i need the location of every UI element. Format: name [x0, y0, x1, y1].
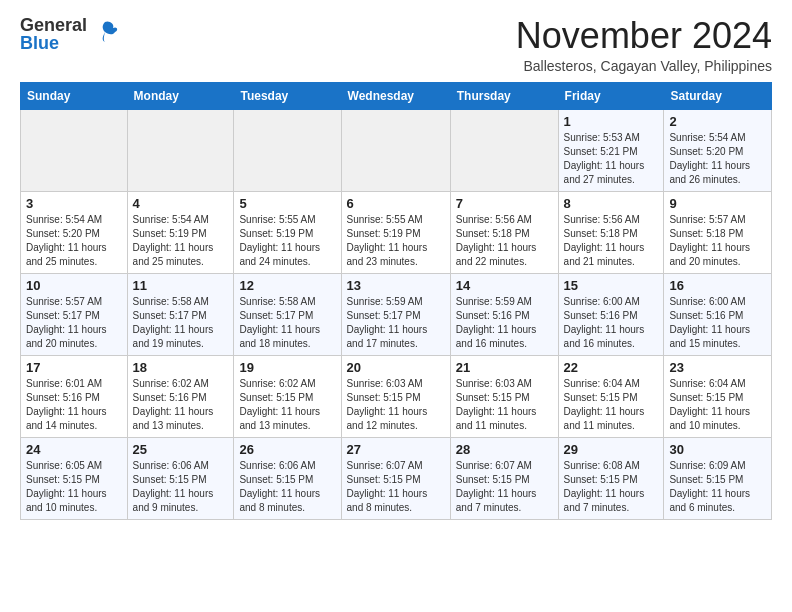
- calendar-cell: 28Sunrise: 6:07 AMSunset: 5:15 PMDayligh…: [450, 437, 558, 519]
- day-info: Sunrise: 5:54 AMSunset: 5:20 PMDaylight:…: [669, 131, 766, 187]
- calendar-cell: 4Sunrise: 5:54 AMSunset: 5:19 PMDaylight…: [127, 191, 234, 273]
- day-number: 27: [347, 442, 445, 457]
- day-info: Sunrise: 6:06 AMSunset: 5:15 PMDaylight:…: [239, 459, 335, 515]
- calendar-table: SundayMondayTuesdayWednesdayThursdayFrid…: [20, 82, 772, 520]
- day-info: Sunrise: 6:03 AMSunset: 5:15 PMDaylight:…: [456, 377, 553, 433]
- title-block: November 2024 Ballesteros, Cagayan Valle…: [516, 16, 772, 74]
- day-number: 16: [669, 278, 766, 293]
- day-number: 1: [564, 114, 659, 129]
- calendar-header-sunday: Sunday: [21, 82, 128, 109]
- day-number: 12: [239, 278, 335, 293]
- day-info: Sunrise: 6:04 AMSunset: 5:15 PMDaylight:…: [564, 377, 659, 433]
- day-number: 23: [669, 360, 766, 375]
- day-info: Sunrise: 5:59 AMSunset: 5:16 PMDaylight:…: [456, 295, 553, 351]
- calendar-week-row: 10Sunrise: 5:57 AMSunset: 5:17 PMDayligh…: [21, 273, 772, 355]
- day-number: 20: [347, 360, 445, 375]
- day-number: 11: [133, 278, 229, 293]
- day-info: Sunrise: 6:06 AMSunset: 5:15 PMDaylight:…: [133, 459, 229, 515]
- day-info: Sunrise: 5:55 AMSunset: 5:19 PMDaylight:…: [347, 213, 445, 269]
- calendar-cell: 7Sunrise: 5:56 AMSunset: 5:18 PMDaylight…: [450, 191, 558, 273]
- calendar-header-monday: Monday: [127, 82, 234, 109]
- day-info: Sunrise: 5:53 AMSunset: 5:21 PMDaylight:…: [564, 131, 659, 187]
- calendar-cell: 15Sunrise: 6:00 AMSunset: 5:16 PMDayligh…: [558, 273, 664, 355]
- day-number: 19: [239, 360, 335, 375]
- day-number: 5: [239, 196, 335, 211]
- calendar-cell: 19Sunrise: 6:02 AMSunset: 5:15 PMDayligh…: [234, 355, 341, 437]
- calendar-cell: 21Sunrise: 6:03 AMSunset: 5:15 PMDayligh…: [450, 355, 558, 437]
- day-number: 9: [669, 196, 766, 211]
- calendar-cell: 6Sunrise: 5:55 AMSunset: 5:19 PMDaylight…: [341, 191, 450, 273]
- location: Ballesteros, Cagayan Valley, Philippines: [516, 58, 772, 74]
- calendar-cell: 17Sunrise: 6:01 AMSunset: 5:16 PMDayligh…: [21, 355, 128, 437]
- calendar-cell: 10Sunrise: 5:57 AMSunset: 5:17 PMDayligh…: [21, 273, 128, 355]
- calendar-cell: 23Sunrise: 6:04 AMSunset: 5:15 PMDayligh…: [664, 355, 772, 437]
- day-info: Sunrise: 5:56 AMSunset: 5:18 PMDaylight:…: [456, 213, 553, 269]
- calendar-week-row: 1Sunrise: 5:53 AMSunset: 5:21 PMDaylight…: [21, 109, 772, 191]
- month-title: November 2024: [516, 16, 772, 56]
- day-info: Sunrise: 5:54 AMSunset: 5:20 PMDaylight:…: [26, 213, 122, 269]
- day-number: 10: [26, 278, 122, 293]
- calendar-cell: 11Sunrise: 5:58 AMSunset: 5:17 PMDayligh…: [127, 273, 234, 355]
- calendar-cell: [127, 109, 234, 191]
- calendar-cell: 13Sunrise: 5:59 AMSunset: 5:17 PMDayligh…: [341, 273, 450, 355]
- page-header: General Blue November 2024 Ballesteros, …: [20, 16, 772, 74]
- calendar-cell: [234, 109, 341, 191]
- day-number: 6: [347, 196, 445, 211]
- day-info: Sunrise: 5:58 AMSunset: 5:17 PMDaylight:…: [239, 295, 335, 351]
- calendar-cell: 29Sunrise: 6:08 AMSunset: 5:15 PMDayligh…: [558, 437, 664, 519]
- day-info: Sunrise: 6:08 AMSunset: 5:15 PMDaylight:…: [564, 459, 659, 515]
- day-number: 15: [564, 278, 659, 293]
- day-info: Sunrise: 6:00 AMSunset: 5:16 PMDaylight:…: [669, 295, 766, 351]
- day-number: 22: [564, 360, 659, 375]
- day-info: Sunrise: 6:03 AMSunset: 5:15 PMDaylight:…: [347, 377, 445, 433]
- day-info: Sunrise: 6:05 AMSunset: 5:15 PMDaylight:…: [26, 459, 122, 515]
- calendar-cell: 14Sunrise: 5:59 AMSunset: 5:16 PMDayligh…: [450, 273, 558, 355]
- day-number: 17: [26, 360, 122, 375]
- calendar-header-thursday: Thursday: [450, 82, 558, 109]
- day-info: Sunrise: 6:01 AMSunset: 5:16 PMDaylight:…: [26, 377, 122, 433]
- day-info: Sunrise: 6:02 AMSunset: 5:16 PMDaylight:…: [133, 377, 229, 433]
- day-number: 13: [347, 278, 445, 293]
- calendar-week-row: 3Sunrise: 5:54 AMSunset: 5:20 PMDaylight…: [21, 191, 772, 273]
- calendar-cell: 1Sunrise: 5:53 AMSunset: 5:21 PMDaylight…: [558, 109, 664, 191]
- day-number: 2: [669, 114, 766, 129]
- logo-bird-icon: [91, 18, 119, 46]
- day-info: Sunrise: 5:57 AMSunset: 5:18 PMDaylight:…: [669, 213, 766, 269]
- day-number: 8: [564, 196, 659, 211]
- calendar-cell: 25Sunrise: 6:06 AMSunset: 5:15 PMDayligh…: [127, 437, 234, 519]
- day-number: 21: [456, 360, 553, 375]
- calendar-header-wednesday: Wednesday: [341, 82, 450, 109]
- calendar-cell: [450, 109, 558, 191]
- day-number: 3: [26, 196, 122, 211]
- day-number: 26: [239, 442, 335, 457]
- calendar-cell: 20Sunrise: 6:03 AMSunset: 5:15 PMDayligh…: [341, 355, 450, 437]
- calendar-week-row: 24Sunrise: 6:05 AMSunset: 5:15 PMDayligh…: [21, 437, 772, 519]
- day-info: Sunrise: 5:59 AMSunset: 5:17 PMDaylight:…: [347, 295, 445, 351]
- day-info: Sunrise: 6:02 AMSunset: 5:15 PMDaylight:…: [239, 377, 335, 433]
- day-info: Sunrise: 5:55 AMSunset: 5:19 PMDaylight:…: [239, 213, 335, 269]
- day-number: 29: [564, 442, 659, 457]
- calendar-cell: 3Sunrise: 5:54 AMSunset: 5:20 PMDaylight…: [21, 191, 128, 273]
- calendar-cell: 30Sunrise: 6:09 AMSunset: 5:15 PMDayligh…: [664, 437, 772, 519]
- day-info: Sunrise: 6:00 AMSunset: 5:16 PMDaylight:…: [564, 295, 659, 351]
- calendar-cell: 16Sunrise: 6:00 AMSunset: 5:16 PMDayligh…: [664, 273, 772, 355]
- calendar-cell: 8Sunrise: 5:56 AMSunset: 5:18 PMDaylight…: [558, 191, 664, 273]
- calendar-cell: 12Sunrise: 5:58 AMSunset: 5:17 PMDayligh…: [234, 273, 341, 355]
- calendar-cell: 22Sunrise: 6:04 AMSunset: 5:15 PMDayligh…: [558, 355, 664, 437]
- calendar-cell: 27Sunrise: 6:07 AMSunset: 5:15 PMDayligh…: [341, 437, 450, 519]
- logo-blue: Blue: [20, 34, 87, 52]
- day-info: Sunrise: 5:57 AMSunset: 5:17 PMDaylight:…: [26, 295, 122, 351]
- calendar-cell: [341, 109, 450, 191]
- day-number: 14: [456, 278, 553, 293]
- day-info: Sunrise: 6:09 AMSunset: 5:15 PMDaylight:…: [669, 459, 766, 515]
- day-number: 18: [133, 360, 229, 375]
- day-number: 25: [133, 442, 229, 457]
- day-info: Sunrise: 5:58 AMSunset: 5:17 PMDaylight:…: [133, 295, 229, 351]
- day-number: 7: [456, 196, 553, 211]
- logo: General Blue: [20, 16, 119, 52]
- day-info: Sunrise: 6:07 AMSunset: 5:15 PMDaylight:…: [456, 459, 553, 515]
- calendar-week-row: 17Sunrise: 6:01 AMSunset: 5:16 PMDayligh…: [21, 355, 772, 437]
- calendar-cell: 26Sunrise: 6:06 AMSunset: 5:15 PMDayligh…: [234, 437, 341, 519]
- calendar-cell: 9Sunrise: 5:57 AMSunset: 5:18 PMDaylight…: [664, 191, 772, 273]
- day-info: Sunrise: 5:56 AMSunset: 5:18 PMDaylight:…: [564, 213, 659, 269]
